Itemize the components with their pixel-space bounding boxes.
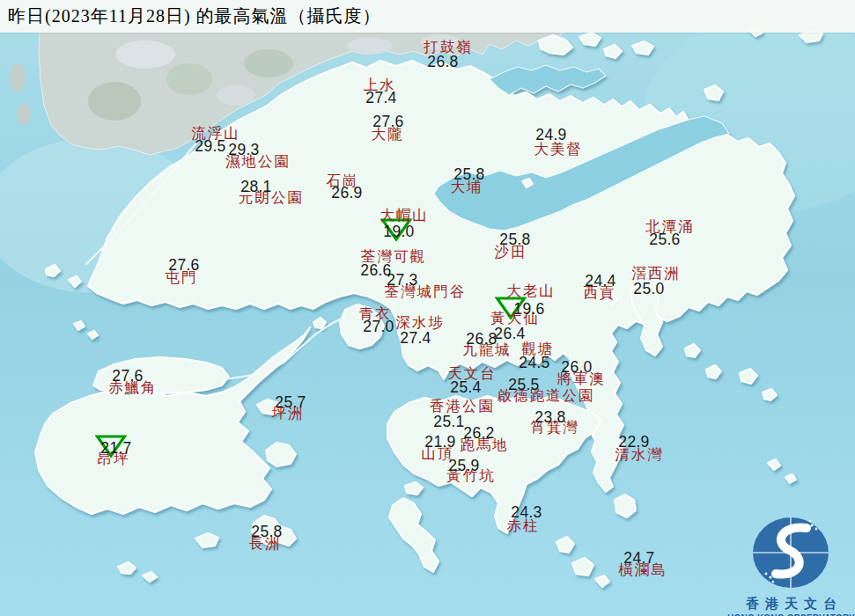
station-temperature: 27.4 xyxy=(365,91,396,106)
station-temperature: 25.9 xyxy=(448,458,479,474)
station-temperature: 27.3 xyxy=(387,273,417,289)
station-temperature: 29.5 xyxy=(195,139,225,155)
station-temperature: 24.7 xyxy=(623,551,654,567)
station-temperature: 23.8 xyxy=(534,410,565,426)
station-temperature: 26.9 xyxy=(331,186,362,202)
station-temperature: 19.0 xyxy=(383,224,414,240)
station-temperature: 25.8 xyxy=(453,167,484,183)
station-temperature: 27.6 xyxy=(112,369,143,385)
station-temperature: 25.0 xyxy=(633,282,664,297)
station-name: 深水埗 xyxy=(395,316,445,331)
hko-logo: 香港天文台 HONG KONG OBSERVATORY xyxy=(727,503,855,614)
station-temperature: 25.5 xyxy=(508,378,539,393)
station-temperature: 24.5 xyxy=(519,356,549,371)
station-name: 滘西洲 xyxy=(631,267,681,282)
station-temperature: 27.6 xyxy=(372,114,403,130)
station-temperature: 24.4 xyxy=(585,274,615,290)
station-temperature: 26.2 xyxy=(463,426,494,442)
station-temperature: 25.8 xyxy=(499,232,530,248)
station-temperature: 29.3 xyxy=(228,143,259,158)
station-name: 大美督 xyxy=(534,143,583,158)
station-temperature: 26.0 xyxy=(561,360,592,376)
hko-max-temperature-map-page: 26.8打鼓嶺27.4上水27.6大隴29.5流浮山29.3濕地公園28.1元朗… xyxy=(0,0,855,616)
page-title: 昨日(2023年11月28日) 的最高氣溫（攝氏度） xyxy=(0,4,381,28)
hko-logo-chinese-text: 香港天文台 xyxy=(727,596,855,612)
station-name: 大老山 xyxy=(506,284,556,299)
station-temperature: 26.8 xyxy=(427,55,458,70)
station-temperature: 28.1 xyxy=(240,180,271,195)
station-temperature: 25.1 xyxy=(433,414,464,430)
station-temperature: 26.4 xyxy=(494,326,525,342)
station-temperature: 24.9 xyxy=(535,128,566,143)
station-temperature: 25.6 xyxy=(649,232,680,248)
station-name: 大帽山 xyxy=(380,209,429,224)
station-temperature: 25.4 xyxy=(450,380,481,396)
station-temperature: 27.4 xyxy=(400,331,431,347)
station-temperature: 26.8 xyxy=(466,332,497,348)
station-temperature: 25.7 xyxy=(275,395,306,411)
station-temperature: 22.9 xyxy=(618,435,649,451)
station-temperature: 27.0 xyxy=(363,319,394,335)
station-temperature: 21.9 xyxy=(424,435,455,451)
station-temperature: 24.3 xyxy=(511,505,542,521)
station-temperature: 19.6 xyxy=(513,302,544,318)
station-temperature: 21.7 xyxy=(100,441,131,457)
hko-logo-icon xyxy=(727,503,855,591)
station-temperature: 25.8 xyxy=(251,524,282,540)
title-bar: 昨日(2023年11月28日) 的最高氣溫（攝氏度） xyxy=(0,0,855,33)
station-temperature: 27.6 xyxy=(168,258,199,274)
station-name: 香港公園 xyxy=(430,400,495,414)
